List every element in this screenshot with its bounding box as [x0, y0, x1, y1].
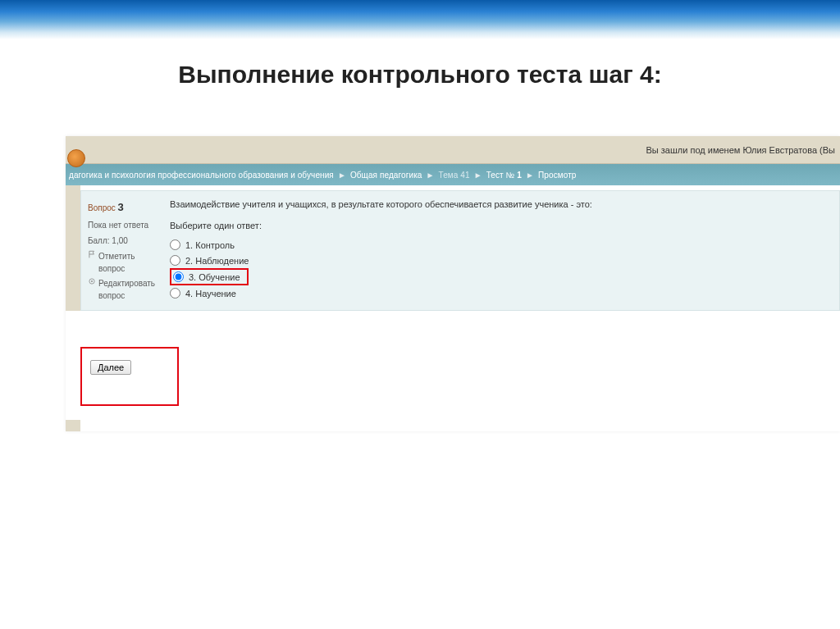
edit-question-text: Редактировать вопрос — [98, 277, 155, 302]
answer-label-2: 2. Наблюдение — [185, 256, 249, 266]
answer-option-4[interactable]: 4. Научение — [170, 285, 829, 301]
edit-question-link[interactable]: Редактировать вопрос — [88, 277, 153, 302]
answer-radio-3[interactable] — [173, 271, 184, 282]
answer-label-4: 4. Научение — [185, 289, 236, 299]
answer-radio-2[interactable] — [170, 255, 180, 266]
left-gutter-bottom — [66, 420, 80, 431]
answer-radio-4[interactable] — [170, 288, 180, 299]
presentation-top-banner — [0, 0, 840, 39]
answer-label-1: 1. Контроль — [185, 240, 235, 250]
question-label: Вопрос — [88, 203, 116, 212]
content-area: Вопрос 3 Пока нет ответа Балл: 1,00 Отме… — [66, 185, 840, 311]
breadcrumb-item[interactable]: Тест № 1 — [486, 171, 522, 180]
answer-label-3: 3. Обучение — [189, 272, 240, 282]
breadcrumb-separator-icon: ► — [526, 171, 534, 180]
question-body: Взаимодействие учителя и учащихся, в рез… — [160, 191, 839, 310]
svg-point-1 — [91, 280, 93, 282]
next-button-highlight: Далее — [80, 347, 179, 406]
site-logo-icon — [67, 149, 85, 167]
left-gutter — [66, 185, 80, 311]
flag-question-link[interactable]: Отметить вопрос — [88, 250, 153, 275]
logged-in-user-text: Вы зашли под именем Юлия Евстратова (Вы — [646, 145, 835, 155]
gear-icon — [88, 277, 96, 285]
question-block: Вопрос 3 Пока нет ответа Балл: 1,00 Отме… — [80, 190, 840, 311]
breadcrumb-separator-icon: ► — [338, 171, 346, 180]
question-number: 3 — [118, 201, 124, 213]
user-info-bar: Вы зашли под именем Юлия Евстратова (Вы — [66, 136, 840, 164]
question-score: Балл: 1,00 — [88, 235, 153, 247]
breadcrumb-item[interactable]: дагогика и психология профессионального … — [69, 171, 334, 180]
flag-icon — [88, 250, 96, 258]
below-question-area: Далее — [66, 311, 840, 406]
question-text: Взаимодействие учителя и учащихся, в рез… — [170, 199, 829, 209]
breadcrumb-item[interactable]: Общая педагогика — [350, 171, 422, 180]
flag-question-text: Отметить вопрос — [98, 250, 153, 275]
answer-option-1[interactable]: 1. Контроль — [170, 237, 829, 253]
breadcrumb-separator-icon: ► — [427, 171, 435, 180]
embedded-browser-region: Вы зашли под именем Юлия Евстратова (Вы … — [66, 136, 840, 431]
breadcrumb-item[interactable]: Просмотр — [538, 171, 576, 180]
breadcrumb-item[interactable]: Тема 41 — [439, 171, 470, 180]
answer-option-2[interactable]: 2. Наблюдение — [170, 253, 829, 268]
question-sidebar: Вопрос 3 Пока нет ответа Балл: 1,00 Отме… — [81, 191, 160, 310]
breadcrumb-separator-icon: ► — [474, 171, 482, 180]
slide-title: Выполнение контрольного теста шаг 4: — [0, 61, 840, 89]
next-button[interactable]: Далее — [90, 360, 131, 375]
breadcrumb: дагогика и психология профессионального … — [66, 164, 840, 185]
answer-hint: Выберите один ответ: — [170, 221, 829, 230]
question-status: Пока нет ответа — [88, 219, 153, 231]
answer-radio-1[interactable] — [170, 239, 180, 250]
selected-answer-highlight: 3. Обучение — [170, 268, 249, 285]
